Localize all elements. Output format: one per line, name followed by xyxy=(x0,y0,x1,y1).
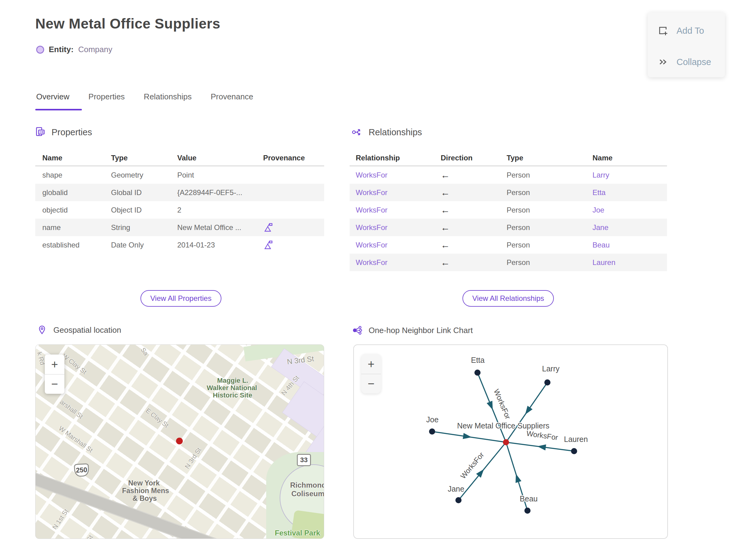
map-zoom-out-button[interactable]: − xyxy=(45,374,64,394)
relationships-icon xyxy=(351,126,363,138)
map-label: Historic Site xyxy=(213,391,252,399)
relationship-row: WorksFor←PersonJane xyxy=(350,219,667,236)
map-label: & Boys xyxy=(132,494,157,503)
graph-node-person[interactable] xyxy=(474,370,481,376)
route-shield: 250 xyxy=(74,463,89,477)
col-value: Value xyxy=(170,154,256,162)
col-name: Name xyxy=(35,154,104,162)
property-type: Geometry xyxy=(104,171,170,179)
relationship-type: Person xyxy=(500,188,586,197)
map-pin-icon xyxy=(36,325,48,335)
properties-table: Name Type Value Provenance shapeGeometry… xyxy=(35,150,324,254)
property-type: Object ID xyxy=(104,206,170,214)
entity-overview-page: New Metal Office Suppliers Entity: Compa… xyxy=(0,0,736,560)
entity-label: Entity: xyxy=(49,45,74,54)
graph-node-person[interactable] xyxy=(455,497,462,503)
graph-edge-arrowhead xyxy=(525,406,532,415)
graph-node-label: Jane xyxy=(448,485,464,493)
chart-zoom-in-button[interactable]: + xyxy=(361,354,381,374)
relationship-link[interactable]: WorksFor xyxy=(356,171,388,179)
map-label: Richmond xyxy=(290,481,324,489)
relationship-row: WorksFor←PersonJoe xyxy=(350,201,667,219)
direction-arrow: ← xyxy=(441,187,450,198)
tab-properties[interactable]: Properties xyxy=(88,92,125,102)
map-label: Festival Park xyxy=(275,529,320,537)
graph-node-label: Larry xyxy=(542,364,560,373)
properties-section-title: Properties xyxy=(52,127,92,137)
property-name: established xyxy=(35,241,104,249)
map-label: Sa xyxy=(139,346,150,357)
entity-location-marker[interactable] xyxy=(176,438,183,444)
add-to-button[interactable]: Add To xyxy=(648,17,725,44)
map-label: New York xyxy=(128,479,160,487)
related-entity-link[interactable]: Larry xyxy=(592,171,609,179)
map-zoom-control: + − xyxy=(45,355,64,394)
graph-center-label: New Metal Office Suppliers xyxy=(457,421,549,430)
graph-node-person[interactable] xyxy=(544,379,550,385)
col-type: Type xyxy=(104,154,170,162)
link-chart-icon xyxy=(351,325,363,336)
relationships-section-title: Relationships xyxy=(369,127,422,137)
map-label: W Marshall St xyxy=(57,424,94,454)
related-entity-link[interactable]: Etta xyxy=(592,188,606,197)
provenance-flag-icon[interactable] xyxy=(263,222,274,233)
link-chart-canvas[interactable]: EttaLarryJoeLaurenJaneBeauNew Metal Offi… xyxy=(353,344,668,539)
property-value: 2014-01-23 xyxy=(170,241,256,249)
route-shield: 33 xyxy=(297,454,311,466)
related-entity-link[interactable]: Jane xyxy=(592,223,608,232)
direction-arrow: ← xyxy=(441,222,450,232)
tab-provenance[interactable]: Provenance xyxy=(211,92,253,102)
map-label: N 1st St xyxy=(51,508,70,531)
relationship-link[interactable]: WorksFor xyxy=(356,223,388,232)
properties-icon xyxy=(34,126,46,138)
graph-node-center-entity[interactable] xyxy=(503,439,509,445)
map-label: Maggie L. xyxy=(217,377,248,385)
provenance-flag-icon[interactable] xyxy=(263,240,274,250)
map-label: Walker National xyxy=(207,384,257,392)
property-provenance xyxy=(256,222,324,233)
property-row: globalidGlobal ID{A228944F-0EF5-... xyxy=(35,184,324,201)
direction-arrow: ← xyxy=(441,170,450,180)
tab-overview[interactable]: Overview xyxy=(36,92,69,102)
geospatial-section-header: Geospatial location xyxy=(36,325,121,335)
link-chart-section-header: One-hop Neighbor Link Chart xyxy=(351,325,473,336)
related-entity-link[interactable]: Lauren xyxy=(592,258,615,267)
entity-type-value: Company xyxy=(78,45,112,54)
relationship-row: WorksFor←PersonEtta xyxy=(350,184,667,201)
properties-table-header: Name Type Value Provenance xyxy=(35,150,324,166)
property-value: Point xyxy=(170,171,256,179)
relationships-section-header: Relationships xyxy=(351,126,422,138)
link-chart-section-title: One-hop Neighbor Link Chart xyxy=(369,326,473,335)
graph-node-person[interactable] xyxy=(429,428,435,435)
chart-zoom-out-button[interactable]: − xyxy=(361,374,381,393)
relationship-row: WorksFor←PersonBeau xyxy=(350,236,667,254)
relationship-link[interactable]: WorksFor xyxy=(356,241,388,249)
relationship-link[interactable]: WorksFor xyxy=(356,258,388,267)
floating-action-card: Add To Collapse xyxy=(648,12,725,77)
view-all-properties-button[interactable]: View All Properties xyxy=(140,290,221,307)
chevrons-right-icon xyxy=(657,56,669,67)
related-entity-link[interactable]: Joe xyxy=(592,206,604,214)
chart-zoom-control: + − xyxy=(361,354,381,393)
geospatial-section-title: Geospatial location xyxy=(53,325,121,335)
col-direction: Direction xyxy=(435,154,500,162)
property-row: shapeGeometryPoint xyxy=(35,166,324,184)
relationship-row: WorksFor←PersonLauren xyxy=(350,254,667,271)
property-row: nameStringNew Metal Office ... xyxy=(35,219,324,236)
page-title: New Metal Office Suppliers xyxy=(35,15,220,32)
view-all-relationships-button[interactable]: View All Relationships xyxy=(462,290,554,307)
graph-edge-arrowhead xyxy=(463,433,472,439)
graph-node-person[interactable] xyxy=(571,448,577,454)
tab-relationships[interactable]: Relationships xyxy=(144,92,192,102)
relationship-link[interactable]: WorksFor xyxy=(356,206,388,214)
relationship-link[interactable]: WorksFor xyxy=(356,188,388,197)
property-type: Date Only xyxy=(104,241,170,249)
map-zoom-in-button[interactable]: + xyxy=(45,355,64,374)
graph-edge-arrowhead xyxy=(487,401,493,410)
related-entity-link[interactable]: Beau xyxy=(592,241,610,249)
map-label: St xyxy=(85,534,95,539)
map-canvas[interactable]: k RdW Clay StSaarshall StW Marshall StE … xyxy=(35,344,324,539)
col-type: Type xyxy=(500,154,586,162)
graph-node-person[interactable] xyxy=(524,508,531,514)
collapse-button[interactable]: Collapse xyxy=(648,48,725,75)
